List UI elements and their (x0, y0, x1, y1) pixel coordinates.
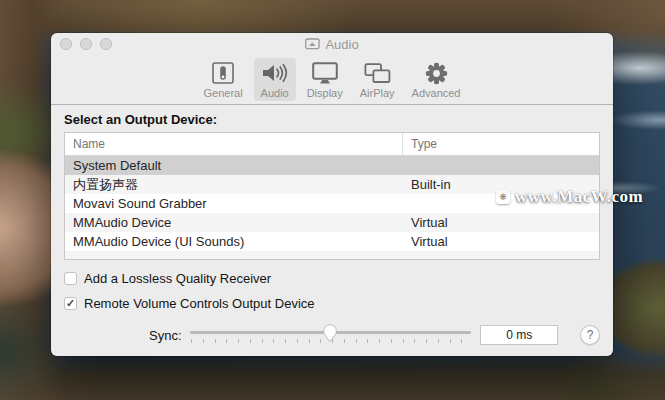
lossless-receiver-row: Add a Lossless Quality Receiver (64, 271, 600, 285)
monitor-icon (312, 60, 338, 86)
tab-audio[interactable]: Audio (254, 58, 296, 101)
table-row-mmaudio[interactable]: MMAudio Device Virtual (65, 213, 599, 232)
remote-volume-row: ✓ Remote Volume Controls Output Device (64, 296, 600, 310)
tab-label: Display (307, 87, 343, 99)
audio-preferences-window: Audio General (51, 33, 613, 356)
table-row-movavi[interactable]: Movavi Sound Grabber (65, 194, 599, 213)
titlebar: Audio (51, 33, 613, 55)
tab-airplay[interactable]: AirPlay (354, 58, 401, 101)
sync-value-field[interactable]: 0 ms (480, 325, 558, 345)
column-header-type[interactable]: Type (403, 137, 437, 151)
tab-advanced[interactable]: Advanced (406, 58, 467, 101)
window-proxy-icon (305, 38, 320, 50)
content-area: Select an Output Device: Name Type Syste… (51, 105, 613, 346)
section-label: Select an Output Device: (64, 112, 600, 127)
tab-display[interactable]: Display (301, 58, 349, 101)
minimize-button[interactable] (80, 38, 92, 50)
speaker-icon (260, 60, 290, 86)
table-header: Name Type (65, 133, 599, 156)
traffic-lights (60, 38, 112, 50)
tab-label: General (204, 87, 243, 99)
checkbox-label: Add a Lossless Quality Receiver (84, 271, 271, 286)
output-device-table: Name Type System Default 内置扬声器 Built-in … (64, 132, 600, 260)
checkbox-label: Remote Volume Controls Output Device (84, 296, 315, 311)
table-row-built-in-speaker[interactable]: 内置扬声器 Built-in (65, 175, 599, 194)
tab-label: Advanced (412, 87, 461, 99)
column-header-name[interactable]: Name (65, 133, 403, 155)
sync-label: Sync: (64, 328, 182, 343)
help-button[interactable]: ? (580, 325, 600, 345)
window-title-group: Audio (51, 33, 613, 55)
gear-icon (424, 60, 449, 86)
tab-general[interactable]: General (198, 58, 249, 101)
remote-volume-checkbox[interactable]: ✓ (64, 297, 77, 310)
table-row-system-default[interactable]: System Default (65, 156, 599, 175)
toggle-switch-icon (212, 60, 234, 86)
overlapping-screens-icon (364, 60, 391, 86)
table-row-mmaudio-ui[interactable]: MMAudio Device (UI Sounds) Virtual (65, 232, 599, 251)
toolbar: General Audio (51, 55, 613, 105)
tab-label: AirPlay (360, 87, 395, 99)
lossless-receiver-checkbox[interactable] (64, 272, 77, 285)
desktop-wallpaper: Audio General (0, 0, 665, 400)
zoom-button[interactable] (100, 38, 112, 50)
close-button[interactable] (60, 38, 72, 50)
table-empty-area (65, 251, 599, 260)
tab-label: Audio (261, 87, 289, 99)
sync-row: Sync: 0 ms ? (64, 324, 600, 346)
slider-thumb[interactable] (322, 323, 338, 343)
sync-slider[interactable] (190, 324, 472, 346)
window-title: Audio (325, 37, 358, 52)
